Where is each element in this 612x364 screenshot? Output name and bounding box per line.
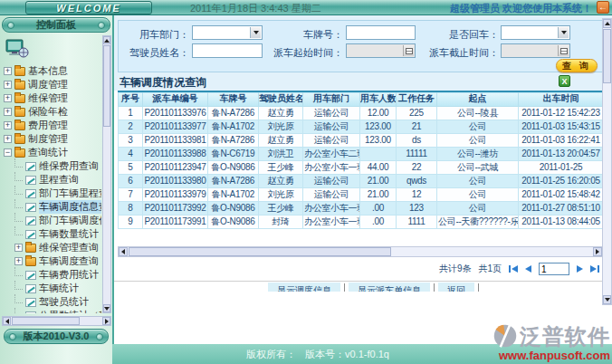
welcome-logo: WELCOME [25,1,152,14]
driver-input[interactable] [192,43,263,58]
sidebar-horizontal-scrollbar[interactable] [2,316,111,326]
search-form-panel: 用车部门： 车牌号： 是否回车： 驾驶员姓名： 派车起始时间： 派车截止时间： [118,20,603,72]
table-cell: 办公室小车二班 [303,147,360,160]
expand-plus-icon[interactable]: + [4,81,12,89]
table-cell: ds [397,133,437,147]
exit-icon[interactable]: ← [597,1,609,14]
query-button[interactable]: 查 询 [556,59,598,72]
sidebar-item[interactable]: 公里数统计（驾驶员 [2,309,101,313]
scroll-down-icon[interactable] [103,304,110,312]
table-cell: 123.00 [360,120,397,133]
table-cell: 运输公司 [303,106,360,120]
sidebar-item[interactable]: 车辆数量统计 [2,227,101,241]
sidebar-item-label: 车辆数量统计 [39,227,99,241]
table-row[interactable]: 6P201101133980鲁N-A7286赵立勇运输公司21.00qwds公司… [119,174,604,187]
table-cell: 公司 [437,187,519,201]
start-time-input[interactable] [346,43,416,58]
sidebar-item[interactable]: +费用管理 [2,119,101,132]
tree-connector [14,158,23,168]
scroll-left-icon[interactable] [119,247,128,256]
bottom-tabs-strip: 显示调度信息 显示派车单信息 返回 [268,283,483,292]
sidebar-item[interactable]: +维保管理 [2,91,101,105]
table-cell: P201101123947 [143,160,208,174]
table-cell: 鲁N-A1702 [208,120,259,133]
expand-plus-icon[interactable]: + [14,257,23,265]
table-cell: 21.00 [360,174,397,187]
table-row[interactable]: 4P201101133988鲁N-C6719刘洪卫办公室小车二班11111公司-… [119,147,604,160]
scrollbar-thumb[interactable] [603,29,611,83]
table-cell: 7 [119,187,143,201]
calendar-icon[interactable] [403,45,414,56]
next-page-icon[interactable] [577,265,583,273]
dept-select[interactable] [192,25,263,40]
table-cell: 公司--陵县 [437,106,519,120]
table-row[interactable]: 2P201101133977鲁N-A1702刘光原运输公司123.0021公司2… [119,120,604,133]
expand-plus-icon[interactable]: + [4,67,12,75]
prev-page-icon[interactable] [525,265,531,273]
scroll-down-icon[interactable] [603,295,611,304]
table-cell: P201101133988 [143,147,208,160]
table-row[interactable]: 3P201101133981鲁N-A7286赵立勇运输公司123.00ds公司2… [119,133,604,147]
table-cell: 22 [397,160,437,174]
sidebar-item-label: 费用管理 [28,119,68,132]
plate-input[interactable] [346,25,416,40]
content-vertical-scrollbar[interactable] [602,18,612,305]
scroll-left-icon[interactable] [3,317,11,325]
bottom-tab[interactable]: 返回 [438,283,474,292]
tree-connector [14,267,23,276]
table-row[interactable]: 1P201101133976鲁N-A7286赵立勇运输公司12.00225公司-… [119,106,604,120]
end-time-input[interactable] [501,43,570,58]
dispatch-table: 序号派车单编号车牌号驾驶员姓名用车部门用车人数工作任务起点出车时间 1P2011… [118,91,604,229]
table-horizontal-scrollbar[interactable] [118,246,603,257]
folder-icon [14,67,25,76]
expand-plus-icon[interactable]: + [14,244,23,252]
calendar-icon[interactable] [558,45,569,56]
chevron-down-icon[interactable] [558,27,569,38]
chevron-down-icon[interactable] [250,27,261,38]
table-cell: 123.00 [360,133,397,147]
expand-plus-icon[interactable]: + [4,135,12,143]
table-cell: 6 [119,174,143,187]
scrollbar-thumb[interactable] [12,317,80,325]
collapse-minus-icon[interactable]: − [4,148,12,157]
tree-connector [14,281,23,290]
folder-icon [14,135,25,144]
table-row[interactable]: 8P201101173992鲁O-N9086王少峰办公室小车一班.00123公司… [119,201,604,215]
scrollbar-thumb[interactable] [129,247,391,256]
sidebar-item[interactable]: +基本信息 [2,64,101,78]
table-cell: 鲁O-N9086 [208,201,259,215]
sidebar-item[interactable]: +制度管理 [2,132,101,146]
sidebar-item[interactable]: +维保管理查询 [2,241,101,254]
table-row[interactable]: 9P201101173991鲁O-N9086封琦办公室小车一班.001111公司… [119,215,604,228]
bottom-tab[interactable]: 显示派车单信息 [349,283,430,292]
table-row[interactable]: 5P201101123947鲁O-N9086王少峰办公室小车一班44.0022公… [119,160,604,174]
datetime-display: 2011年1月18日 3:4:43 星期二 [190,2,321,15]
chart-icon [25,230,36,239]
table-cell [360,147,397,160]
scroll-right-icon[interactable] [102,317,110,325]
excel-export-icon[interactable]: X [559,75,570,87]
expand-plus-icon[interactable]: + [4,94,12,102]
table-cell: 运输公司 [303,133,360,147]
scroll-up-icon[interactable] [603,19,611,28]
last-page-icon[interactable] [590,265,599,273]
sidebar-item[interactable]: +调度管理 [2,78,101,91]
sidebar-vertical-scrollbar[interactable] [102,35,111,313]
return-select[interactable] [501,25,570,40]
table-row[interactable]: 7P201101133979鲁N-A1702刘光原运输公司21.0012公司20… [119,187,604,201]
bottom-tab[interactable]: 显示调度信息 [268,283,340,292]
folder-icon [14,121,25,130]
first-page-icon[interactable] [509,265,518,273]
expand-plus-icon[interactable]: + [4,121,12,129]
welcome-logo-text: WELCOME [56,3,120,14]
sidebar-item-label: 部门车辆里程查询 [39,187,101,200]
expand-plus-icon[interactable]: + [4,108,12,116]
sidebar-item[interactable]: +保险年检 [2,105,101,119]
table-cell: 鲁N-A1702 [208,187,259,201]
table-cell: 公司 [437,201,519,215]
page-number-input[interactable] [539,263,569,275]
app-window: WELCOME 2011年1月18日 3:4:43 星期二 超级管理员 欢迎您使… [0,0,612,364]
table-cell: 公司--潍坊 [437,147,519,160]
start-time-label: 派车起始时间： [262,46,343,60]
scroll-right-icon[interactable] [593,247,602,256]
